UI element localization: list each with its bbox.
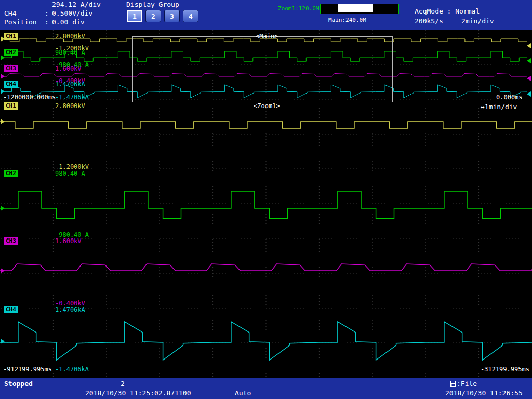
zoom-view-title: <Zoom1> bbox=[254, 102, 280, 110]
sample-rate: 200kS/s bbox=[415, 17, 443, 25]
zoom-ch2-top-value: 980.40 A bbox=[55, 170, 85, 177]
main-ch3-top-value: 1.600kV bbox=[55, 65, 82, 72]
main-ch1-chip: CH1 bbox=[4, 33, 18, 40]
zoom-time-per-div: 1min/div bbox=[485, 103, 517, 111]
main-ch4-top-value: 1.4706kA bbox=[55, 81, 85, 88]
zoom-ch4-bottom-value: -1.4706kA bbox=[55, 366, 89, 373]
zoom-ch1-bottom-value: -1.2000kV bbox=[55, 163, 89, 170]
header-bar: 294.12 A/div CH4 : 0.500V/div Position :… bbox=[0, 0, 532, 30]
zoom-ch1-chip: CH1 bbox=[4, 102, 18, 110]
group-number: 2 bbox=[121, 380, 125, 388]
knob-colon-2: : bbox=[45, 18, 49, 26]
status-bar: Stopped 2 2018/10/30 11:25:02.871100 Aut… bbox=[0, 378, 532, 399]
main-start-time: -1200000.000ms bbox=[3, 94, 56, 101]
main-size-label: Main:240.0M bbox=[328, 17, 366, 23]
hscale-arrow-icon: ↔ bbox=[481, 103, 485, 111]
zoom-start-time: -912199.995ms bbox=[3, 366, 52, 373]
trigger-mode: Auto bbox=[235, 389, 251, 397]
zoom-ch3-chip: CH3 bbox=[4, 237, 18, 245]
acq-mode: AcqMode : Normal bbox=[415, 7, 480, 15]
zoom-timediv-group: ↔1min/div bbox=[481, 103, 517, 111]
zoom-end-time: -312199.995ms bbox=[481, 366, 529, 373]
knob-channel: CH4 bbox=[4, 9, 16, 17]
display-group-button-2[interactable]: 2 bbox=[145, 10, 161, 22]
zoom-ch4-top-value: 1.4706kA bbox=[55, 306, 85, 313]
main-ch1-top-value: 2.8000kV bbox=[55, 33, 85, 40]
file-indicator: :File bbox=[450, 380, 477, 388]
display-group-button-3[interactable]: 3 bbox=[164, 10, 180, 22]
main-ch2-chip: CH2 bbox=[4, 49, 18, 56]
main-ch2-top-value: 980.40 A bbox=[55, 49, 85, 56]
zoom-window-indicator[interactable] bbox=[338, 4, 373, 12]
main-view-title: <Main> bbox=[256, 33, 278, 40]
knob-scale: 0.500V/div bbox=[52, 9, 92, 17]
knob-value-line: 294.12 A/div bbox=[52, 1, 101, 8]
file-label: :File bbox=[457, 380, 477, 388]
time-per-div: 2min/div bbox=[461, 17, 494, 25]
system-clock: 2018/10/30 11:26:55 bbox=[445, 389, 523, 397]
display-group-button-1[interactable]: 1 bbox=[127, 10, 142, 22]
zoom-ch4-chip: CH4 bbox=[4, 306, 18, 313]
zoom-ch3-top-value: 1.600kV bbox=[55, 237, 82, 245]
display-group-button-4[interactable]: 4 bbox=[183, 10, 198, 22]
knob-colon-1: : bbox=[45, 9, 49, 17]
zoom-ch1-top-value: 2.8000kV bbox=[55, 102, 85, 110]
floppy-icon bbox=[450, 380, 457, 388]
main-end-time: 0.000ms bbox=[496, 94, 523, 101]
knob-position-value: 0.00 div bbox=[52, 18, 85, 26]
main-ch3-chip: CH3 bbox=[4, 65, 18, 72]
zoom-position-bar[interactable] bbox=[320, 4, 399, 14]
acquisition-timestamp: 2018/10/30 11:25:02.871100 bbox=[85, 389, 191, 397]
run-status: Stopped bbox=[4, 380, 33, 388]
zoom-window-box[interactable] bbox=[132, 36, 393, 102]
knob-position-label: Position bbox=[4, 18, 37, 26]
zoom-size-label: Zoom1:120.0M bbox=[278, 5, 319, 12]
zoom-ch2-chip: CH2 bbox=[4, 170, 18, 177]
main-ch4-bottom-value: -1.4706kA bbox=[55, 94, 89, 101]
main-ch4-chip: CH4 bbox=[4, 81, 18, 88]
display-group-label: Display Group bbox=[126, 1, 179, 8]
